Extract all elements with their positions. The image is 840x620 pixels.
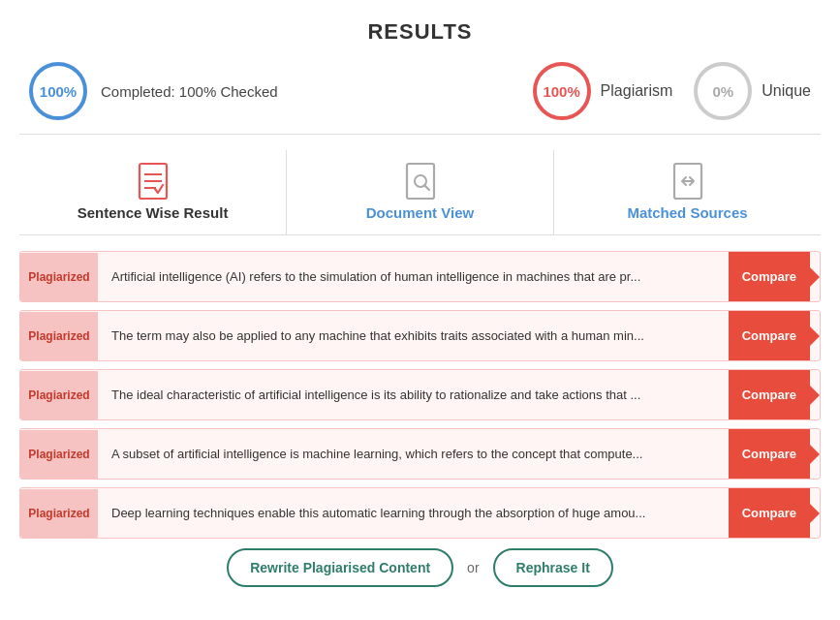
tab-document-view-label: Document View (366, 204, 474, 221)
svg-line-6 (424, 185, 429, 190)
document-compare-icon (670, 162, 705, 204)
result-text: Artificial intelligence (AI) refers to t… (98, 260, 729, 294)
tabs-row: Sentence Wise Result Document View (19, 150, 821, 235)
rephrase-button[interactable]: Rephrase It (493, 548, 613, 587)
unique-stat: 0% Unique (694, 62, 811, 120)
tab-sentence-wise[interactable]: Sentence Wise Result (19, 150, 287, 234)
tab-document-view[interactable]: Document View (287, 150, 554, 234)
compare-btn-wrap: Compare (729, 311, 810, 360)
document-search-icon (403, 162, 438, 204)
compare-btn-wrap: Compare (729, 429, 810, 479)
result-text: Deep learning techniques enable this aut… (98, 496, 729, 531)
compare-button[interactable]: Compare (729, 311, 810, 360)
svg-rect-4 (407, 164, 434, 199)
bottom-actions: Rewrite Plagiarised Content or Rephrase … (19, 548, 821, 587)
stats-row: 100% Completed: 100% Checked 100% Plagia… (19, 62, 821, 120)
result-text: A subset of artificial intelligence is m… (98, 437, 729, 472)
plagiarized-badge: Plagiarized (20, 312, 98, 360)
compare-button[interactable]: Compare (729, 252, 810, 301)
divider (19, 134, 821, 135)
plagiarized-badge: Plagiarized (20, 489, 98, 538)
plagiarized-badge: Plagiarized (20, 430, 98, 479)
completed-circle: 100% (29, 62, 87, 120)
table-row: Plagiarized The term may also be applied… (19, 310, 821, 361)
unique-circle: 0% (694, 62, 752, 120)
table-row: Plagiarized A subset of artificial intel… (19, 428, 821, 480)
or-text: or (467, 560, 479, 575)
page-container: RESULTS 100% Completed: 100% Checked 100… (0, 0, 840, 620)
table-row: Plagiarized The ideal characteristic of … (19, 369, 821, 420)
page-title: RESULTS (19, 19, 821, 45)
compare-button[interactable]: Compare (729, 488, 810, 538)
plagiarized-badge: Plagiarized (20, 253, 98, 301)
compare-btn-wrap: Compare (729, 252, 810, 301)
plagiarism-circle: 100% (533, 62, 591, 120)
results-list: Plagiarized Artificial intelligence (AI)… (19, 251, 821, 539)
completed-label: Completed: 100% Checked (101, 83, 278, 100)
result-text: The term may also be applied to any mach… (98, 319, 729, 354)
plagiarism-label: Plagiarism (601, 82, 673, 100)
result-text: The ideal characteristic of artificial i… (98, 378, 729, 413)
table-row: Plagiarized Deep learning techniques ena… (19, 487, 821, 539)
stat-left: 100% Completed: 100% Checked (29, 62, 278, 120)
tab-matched-sources[interactable]: Matched Sources (554, 150, 821, 234)
tab-sentence-wise-label: Sentence Wise Result (78, 204, 229, 221)
tab-matched-sources-label: Matched Sources (627, 204, 747, 221)
plagiarized-badge: Plagiarized (20, 371, 98, 419)
compare-btn-wrap: Compare (729, 370, 810, 419)
stat-right: 100% Plagiarism 0% Unique (533, 62, 811, 120)
compare-btn-wrap: Compare (729, 488, 810, 538)
rewrite-button[interactable]: Rewrite Plagiarised Content (227, 548, 453, 587)
document-lines-icon (136, 162, 171, 204)
compare-button[interactable]: Compare (729, 429, 810, 479)
compare-button[interactable]: Compare (729, 370, 810, 419)
plagiarism-stat: 100% Plagiarism (533, 62, 673, 120)
table-row: Plagiarized Artificial intelligence (AI)… (19, 251, 821, 302)
unique-label: Unique (762, 82, 811, 100)
